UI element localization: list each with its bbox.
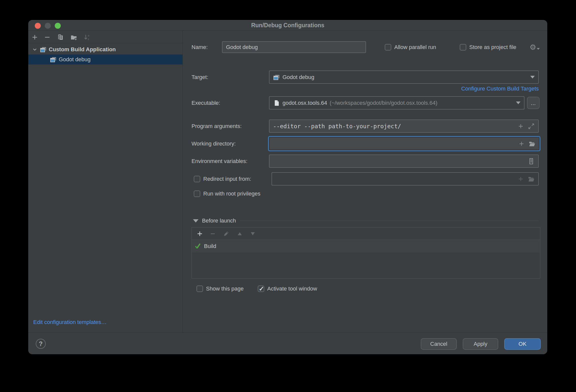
ok-button[interactable]: OK <box>504 338 541 350</box>
chevron-down-icon <box>537 48 540 50</box>
edit-pencil-icon[interactable] <box>223 230 230 237</box>
dropdown-arrow-icon[interactable] <box>516 102 520 104</box>
help-button[interactable]: ? <box>36 339 46 349</box>
before-launch-task-label: Build <box>204 243 216 250</box>
new-folder-icon[interactable] <box>70 34 77 41</box>
open-folder-icon[interactable] <box>528 176 535 182</box>
working-directory-label: Working directory: <box>192 137 236 150</box>
application-icon <box>273 74 280 81</box>
tree-item-custom-build-application[interactable]: Custom Build Application <box>28 44 182 54</box>
help-icon: ? <box>39 340 42 348</box>
before-launch-toolbar <box>192 228 540 240</box>
name-value: Godot debug <box>226 44 258 50</box>
program-arguments-value: --editor --path path-to-your-project/ <box>273 123 401 130</box>
checkbox-box[interactable] <box>258 286 264 292</box>
application-icon <box>50 56 57 63</box>
apply-button-label: Apply <box>474 341 487 347</box>
remove-icon[interactable] <box>44 34 51 41</box>
sidebar-toolbar: a z <box>28 31 182 43</box>
collapse-triangle-icon[interactable] <box>193 219 198 222</box>
section-divider <box>240 221 539 221</box>
executable-label: Executable: <box>192 96 220 110</box>
tree-group-label: Custom Build Application <box>49 46 116 53</box>
program-arguments-label: Program arguments: <box>192 120 242 133</box>
executable-combobox[interactable]: godot.osx.tools.64 (~/workspaces/godot/b… <box>269 96 524 110</box>
browse-executable-button[interactable]: ... <box>527 97 540 109</box>
svg-text:a: a <box>88 34 90 37</box>
expand-icon[interactable] <box>528 123 535 130</box>
browse-button-label: ... <box>531 100 536 106</box>
env-variables-list-icon[interactable] <box>528 158 535 165</box>
redirect-input-label: Redirect input from: <box>203 176 251 182</box>
activate-tool-window-label: Activate tool window <box>267 286 317 292</box>
move-down-icon[interactable] <box>249 230 256 237</box>
checkbox-box[interactable] <box>460 44 466 50</box>
checkbox-box[interactable] <box>194 176 200 182</box>
add-icon[interactable] <box>517 123 524 130</box>
root-privileges-checkbox[interactable]: Run with root privileges <box>194 190 260 198</box>
allow-parallel-run-label: Allow parallel run <box>394 44 436 50</box>
redirect-input-checkbox[interactable]: Redirect input from: <box>194 172 251 186</box>
add-icon[interactable] <box>31 34 38 41</box>
tree-item-godot-debug-selected[interactable]: Godot debug <box>28 54 182 64</box>
activate-tool-window-checkbox[interactable]: Activate tool window <box>258 285 317 292</box>
application-icon <box>40 46 47 53</box>
add-icon[interactable] <box>517 176 524 182</box>
store-as-project-file-label: Store as project file <box>469 44 516 50</box>
redirect-input-field[interactable] <box>272 172 539 186</box>
environment-variables-input[interactable] <box>269 154 539 168</box>
root-privileges-label: Run with root privileges <box>203 190 260 197</box>
tree-child-label: Godot debug <box>59 56 90 63</box>
cancel-button-label: Cancel <box>430 341 447 347</box>
checkbox-box[interactable] <box>385 44 391 50</box>
apply-button[interactable]: Apply <box>463 338 498 350</box>
add-icon[interactable] <box>518 140 525 147</box>
name-label: Name: <box>192 41 208 53</box>
configurations-sidebar: a z Custom Build Application <box>28 31 183 332</box>
move-up-icon[interactable] <box>236 230 243 237</box>
dropdown-arrow-icon[interactable] <box>530 76 535 78</box>
target-label: Target: <box>192 70 208 84</box>
build-hammer-icon <box>194 243 202 250</box>
executable-value: godot.osx.tools.64 <box>282 100 327 106</box>
run-debug-configurations-dialog: Run/Debug Configurations <box>28 20 547 354</box>
ok-button-label: OK <box>518 341 526 347</box>
before-launch-task-build[interactable]: Build <box>192 240 540 252</box>
sort-icon[interactable]: a z <box>84 34 90 41</box>
title-bar: Run/Debug Configurations <box>28 20 547 31</box>
target-value: Godot debug <box>282 74 314 80</box>
target-combobox[interactable]: Godot debug <box>269 70 539 84</box>
edit-configuration-templates-link[interactable]: Edit configuration templates… <box>33 319 107 326</box>
working-directory-input[interactable] <box>269 137 540 150</box>
checkbox-box[interactable] <box>194 190 200 197</box>
store-options-gear-icon[interactable]: ⚙ <box>530 41 540 53</box>
dialog-footer: ? Cancel Apply OK <box>28 332 547 354</box>
program-arguments-input[interactable]: --editor --path path-to-your-project/ <box>269 120 539 133</box>
file-icon <box>273 100 280 106</box>
cancel-button[interactable]: Cancel <box>421 338 457 350</box>
store-as-project-file-checkbox[interactable]: Store as project file <box>460 41 516 53</box>
environment-variables-label: Environment variables: <box>192 154 248 168</box>
remove-icon[interactable] <box>209 230 216 237</box>
configure-custom-build-targets-link[interactable]: Configure Custom Build Targets <box>461 86 539 92</box>
copy-icon[interactable] <box>57 34 64 41</box>
open-folder-icon[interactable] <box>528 140 536 147</box>
add-icon[interactable] <box>196 230 203 237</box>
dialog-title: Run/Debug Configurations <box>28 20 547 31</box>
before-launch-panel: Build <box>192 227 540 278</box>
configuration-form: Name: Godot debug Allow parallel run Sto… <box>183 31 547 332</box>
checkbox-box[interactable] <box>196 286 203 292</box>
chevron-down-icon[interactable] <box>31 46 38 53</box>
before-launch-label: Before launch <box>202 218 236 224</box>
executable-path: (~/workspaces/godot/bin/godot.osx.tools.… <box>330 100 438 106</box>
name-input[interactable]: Godot debug <box>222 41 366 53</box>
allow-parallel-run-checkbox[interactable]: Allow parallel run <box>385 41 436 53</box>
svg-text:z: z <box>88 38 89 40</box>
show-this-page-checkbox[interactable]: Show this page <box>196 285 244 292</box>
show-this-page-label: Show this page <box>206 286 244 292</box>
